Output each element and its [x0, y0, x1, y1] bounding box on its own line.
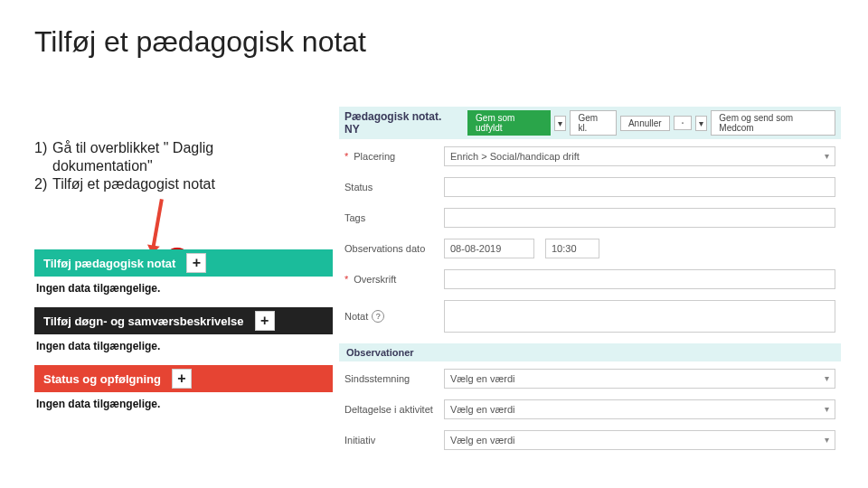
- add-pedagogical-note-label: Tilføj pædagogisk notat: [43, 257, 175, 270]
- add-day-description-label: Tilføj døgn- og samværsbeskrivelse: [43, 314, 244, 328]
- label-obsdato: Observations dato: [344, 243, 425, 254]
- observations-header: Observationer: [339, 343, 841, 361]
- step-1b: dokumentation": [52, 158, 153, 174]
- label-overskrift: Overskrift: [354, 274, 396, 285]
- add-day-description-bar[interactable]: Tilføj døgn- og samværsbeskrivelse +: [34, 307, 333, 334]
- lock-dropdown[interactable]: ▾: [695, 116, 708, 131]
- instructions: 1)Gå til overblikket " Daglig dokumentat…: [34, 140, 315, 194]
- step-1-num: 1): [34, 140, 52, 156]
- notat-textarea[interactable]: [444, 300, 835, 333]
- lock-button[interactable]: [674, 116, 692, 130]
- add-pedagogical-note-plus[interactable]: +: [186, 253, 206, 273]
- save-filled-dropdown[interactable]: ▾: [554, 116, 567, 131]
- obs-time-input[interactable]: 10:30: [545, 239, 599, 258]
- step-2-num: 2): [34, 176, 52, 192]
- add-day-description-plus[interactable]: +: [255, 311, 275, 331]
- step-1a: Gå til overblikket " Daglig: [52, 140, 213, 156]
- tags-input[interactable]: [444, 208, 835, 228]
- initiativ-select[interactable]: Vælg en værdi: [444, 430, 835, 450]
- required-mark-2: *: [344, 274, 348, 285]
- form-header: Pædagogisk notat. NY Gem som udfyldt ▾ G…: [339, 107, 841, 139]
- obs-date-input[interactable]: 08-08-2019: [444, 239, 534, 258]
- status-input[interactable]: [444, 177, 835, 197]
- label-notat: Notat: [344, 311, 368, 322]
- status-followup-label: Status og opfølgning: [43, 372, 161, 386]
- status-followup-plus[interactable]: +: [172, 369, 192, 389]
- annotation-arrow: [151, 199, 164, 249]
- label-deltagelse: Deltagelse i aktivitet: [344, 404, 433, 415]
- label-status: Status: [344, 182, 373, 192]
- status-followup-bar[interactable]: Status og opfølgning +: [34, 365, 333, 392]
- no-data-3: Ingen data tilgængelige.: [34, 392, 333, 423]
- sindsstemning-select[interactable]: Vælg en værdi: [444, 369, 835, 389]
- save-send-medcom-button[interactable]: Gem og send som Medcom: [711, 110, 835, 136]
- deltagelse-select[interactable]: Vælg en værdi: [444, 399, 835, 419]
- note-form: Pædagogisk notat. NY Gem som udfyldt ▾ G…: [339, 107, 841, 470]
- help-icon[interactable]: ?: [372, 310, 384, 323]
- label-placering: Placering: [354, 151, 395, 162]
- overskrift-input[interactable]: [444, 269, 835, 289]
- save-draft-button[interactable]: Gem kl.: [570, 110, 617, 136]
- overview-panels: Tilføj pædagogisk notat + Ingen data til…: [34, 249, 333, 423]
- required-mark: *: [344, 151, 348, 162]
- page-title: Tilføj et pædagogisk notat: [0, 0, 868, 59]
- add-pedagogical-note-bar[interactable]: Tilføj pædagogisk notat +: [34, 249, 333, 277]
- form-title: Pædagogisk notat. NY: [344, 110, 457, 136]
- label-sindsstemning: Sindsstemning: [344, 373, 410, 384]
- step-2: Tilføj et pædagogist notat: [52, 176, 215, 192]
- lock-icon: [682, 118, 684, 127]
- no-data-2: Ingen data tilgængelige.: [34, 334, 333, 365]
- save-filled-button[interactable]: Gem som udfyldt: [467, 110, 551, 136]
- label-initiativ: Initiativ: [344, 435, 375, 446]
- label-tags: Tags: [344, 212, 365, 223]
- no-data-1: Ingen data tilgængelige.: [34, 277, 333, 307]
- placering-select[interactable]: Enrich > Social/handicap drift: [444, 146, 835, 166]
- cancel-button[interactable]: Annuller: [620, 116, 670, 131]
